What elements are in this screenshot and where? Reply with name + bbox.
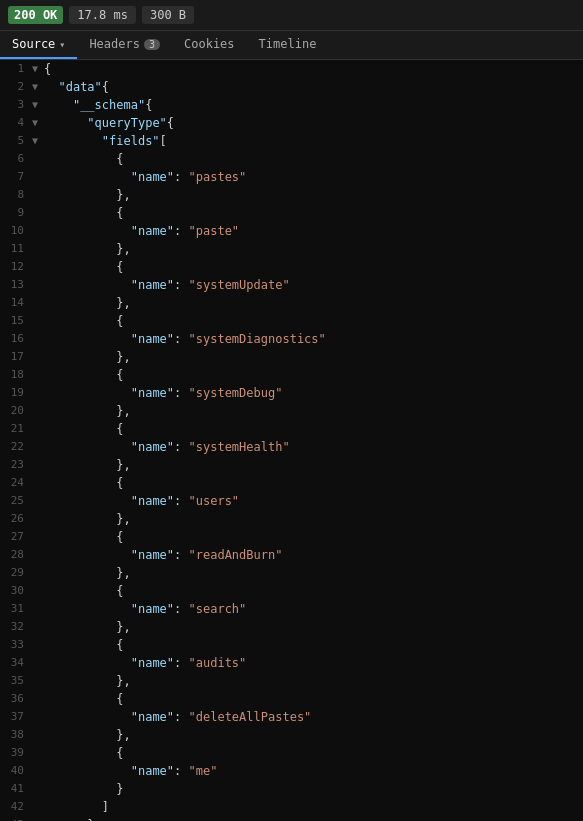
code-line: 17 },: [0, 348, 583, 366]
code-line: 31 "name": "search": [0, 600, 583, 618]
tab-source[interactable]: Source▾: [0, 31, 77, 59]
tab-dropdown-source[interactable]: ▾: [59, 39, 65, 50]
code-line: 32 },: [0, 618, 583, 636]
line-number: 12: [0, 258, 32, 276]
code-content: {: [42, 582, 123, 600]
code-line: 38 },: [0, 726, 583, 744]
collapse-button[interactable]: ▼: [32, 132, 42, 150]
code-content: "data"{: [42, 78, 109, 96]
code-line: 43 }: [0, 816, 583, 821]
code-content: ]: [42, 798, 109, 816]
code-line: 35 },: [0, 672, 583, 690]
tab-headers[interactable]: Headers3: [77, 31, 172, 59]
code-line: 24 {: [0, 474, 583, 492]
tab-label-headers: Headers: [89, 37, 140, 51]
code-content: {: [42, 744, 123, 762]
code-line: 34 "name": "audits": [0, 654, 583, 672]
tab-bar: Source▾Headers3CookiesTimeline: [0, 31, 583, 60]
status-size: 300 B: [142, 6, 194, 24]
collapse-button[interactable]: ▼: [32, 114, 42, 132]
tab-badge-headers: 3: [144, 39, 160, 50]
tab-label-source: Source: [12, 37, 55, 51]
code-content: "name": "systemHealth": [42, 438, 290, 456]
code-line: 4▼ "queryType"{: [0, 114, 583, 132]
code-content: "name": "deleteAllPastes": [42, 708, 311, 726]
line-number: 11: [0, 240, 32, 258]
line-number: 16: [0, 330, 32, 348]
line-number: 26: [0, 510, 32, 528]
code-line: 9 {: [0, 204, 583, 222]
code-line: 21 {: [0, 420, 583, 438]
line-number: 30: [0, 582, 32, 600]
status-time: 17.8 ms: [69, 6, 136, 24]
code-content: "queryType"{: [42, 114, 174, 132]
line-number: 6: [0, 150, 32, 168]
code-line: 1▼{: [0, 60, 583, 78]
line-number: 34: [0, 654, 32, 672]
line-number: 24: [0, 474, 32, 492]
code-content: {: [42, 528, 123, 546]
code-line: 36 {: [0, 690, 583, 708]
code-line: 37 "name": "deleteAllPastes": [0, 708, 583, 726]
code-content: },: [42, 510, 131, 528]
line-number: 31: [0, 600, 32, 618]
code-line: 3▼ "__schema"{: [0, 96, 583, 114]
line-number: 14: [0, 294, 32, 312]
line-number: 41: [0, 780, 32, 798]
code-content: },: [42, 726, 131, 744]
code-line: 7 "name": "pastes": [0, 168, 583, 186]
line-number: 19: [0, 384, 32, 402]
code-area[interactable]: 1▼{2▼ "data"{3▼ "__schema"{4▼ "queryType…: [0, 60, 583, 821]
code-line: 15 {: [0, 312, 583, 330]
tab-label-cookies: Cookies: [184, 37, 235, 51]
code-content: },: [42, 456, 131, 474]
line-number: 27: [0, 528, 32, 546]
code-content: {: [42, 150, 123, 168]
code-content: "name": "me": [42, 762, 217, 780]
status-bar: 200 OK 17.8 ms 300 B: [0, 0, 583, 31]
line-number: 21: [0, 420, 32, 438]
line-number: 15: [0, 312, 32, 330]
code-content: "name": "pastes": [42, 168, 246, 186]
code-content: {: [42, 366, 123, 384]
code-line: 10 "name": "paste": [0, 222, 583, 240]
code-line: 28 "name": "readAndBurn": [0, 546, 583, 564]
status-badge: 200 OK: [8, 6, 63, 24]
collapse-button[interactable]: ▼: [32, 96, 42, 114]
code-content: },: [42, 618, 131, 636]
line-number: 35: [0, 672, 32, 690]
code-line: 29 },: [0, 564, 583, 582]
code-line: 14 },: [0, 294, 583, 312]
line-number: 25: [0, 492, 32, 510]
code-line: 6 {: [0, 150, 583, 168]
code-content: "name": "search": [42, 600, 246, 618]
code-line: 12 {: [0, 258, 583, 276]
line-number: 36: [0, 690, 32, 708]
line-number: 10: [0, 222, 32, 240]
code-line: 16 "name": "systemDiagnostics": [0, 330, 583, 348]
line-number: 7: [0, 168, 32, 186]
tab-timeline[interactable]: Timeline: [247, 31, 329, 59]
code-line: 27 {: [0, 528, 583, 546]
line-number: 29: [0, 564, 32, 582]
code-line: 20 },: [0, 402, 583, 420]
code-line: 22 "name": "systemHealth": [0, 438, 583, 456]
line-number: 32: [0, 618, 32, 636]
code-content: "name": "systemDebug": [42, 384, 282, 402]
code-content: }: [42, 816, 95, 821]
collapse-button[interactable]: ▼: [32, 78, 42, 96]
collapse-button[interactable]: ▼: [32, 60, 42, 78]
code-content: {: [42, 636, 123, 654]
code-content: },: [42, 240, 131, 258]
code-line: 30 {: [0, 582, 583, 600]
line-number: 18: [0, 366, 32, 384]
line-number: 37: [0, 708, 32, 726]
code-content: }: [42, 780, 123, 798]
line-number: 20: [0, 402, 32, 420]
line-number: 13: [0, 276, 32, 294]
tab-cookies[interactable]: Cookies: [172, 31, 247, 59]
line-number: 38: [0, 726, 32, 744]
code-content: "__schema"{: [42, 96, 152, 114]
line-number: 17: [0, 348, 32, 366]
code-content: "fields"[: [42, 132, 167, 150]
